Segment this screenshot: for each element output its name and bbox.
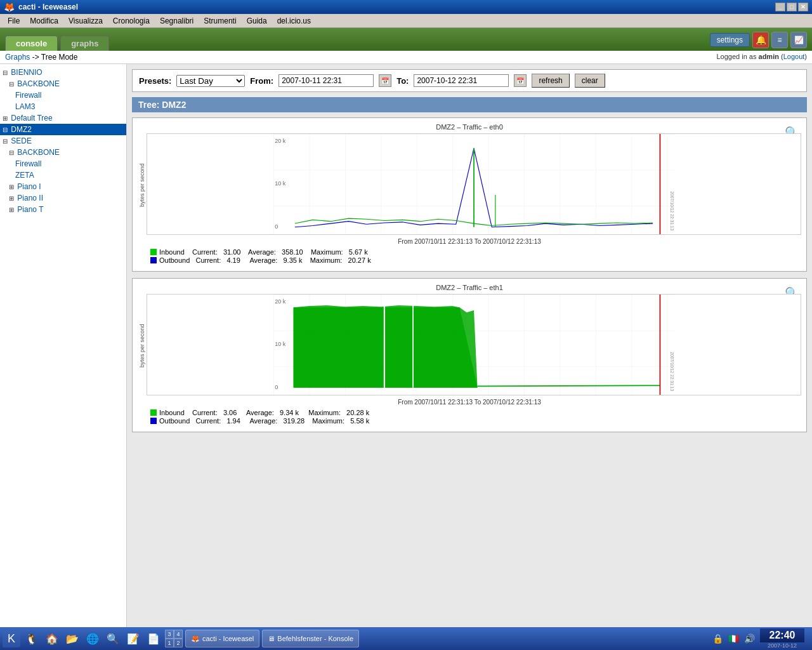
sidebar-item-piano2[interactable]: ⊞ Piano II (0, 192, 126, 204)
tab-graphs[interactable]: graphs (60, 36, 109, 51)
svg-line-27 (478, 385, 660, 386)
menu-visualizza[interactable]: Visualizza (63, 15, 108, 27)
virtual-desktop-switcher[interactable]: 3412 (165, 630, 183, 647)
plus-icon: ⊞ (9, 206, 14, 213)
logged-in-info: Logged in as admin (Logout) (716, 53, 807, 62)
cacti-app-icon: 🦊 (191, 635, 200, 643)
sidebar-item-backbone2[interactable]: ⊟ BACKBONE (0, 147, 126, 158)
y-axis-label-eth1: bytes per second (138, 294, 147, 397)
svg-text:0: 0 (275, 223, 278, 230)
from-label: From: (250, 76, 273, 86)
taskbar-icon-docs[interactable]: 📄 (145, 630, 162, 647)
chart-icon[interactable]: 📈 (790, 32, 807, 48)
alert-icon[interactable]: 🔔 (752, 32, 769, 48)
refresh-button[interactable]: refresh (532, 74, 569, 88)
graph-eth1-timerange: From 2007/10/11 22:31:13 To 2007/10/12 2… (138, 399, 801, 406)
titlebar: 🦊 cacti - Iceweasel _ □ ✕ (0, 0, 812, 14)
sidebar-item-backbone1[interactable]: ⊟ BACKBONE (0, 78, 126, 90)
flag-icon[interactable]: 🇮🇹 (728, 633, 739, 644)
to-date-input[interactable] (414, 74, 509, 87)
main-layout: ⊟ BIENNIO ⊟ BACKBONE Firewall LAM3 ⊞ Def… (0, 64, 812, 629)
content-area: Presets: Last Day Last Half Hour Last Ho… (127, 64, 812, 629)
tab-console[interactable]: console (5, 36, 58, 51)
network-icon[interactable]: 🔒 (712, 633, 723, 644)
plus-icon: ⊞ (9, 183, 14, 190)
kde-start-button[interactable]: K (3, 630, 20, 647)
sidebar-item-firewall2[interactable]: Firewall (0, 158, 126, 169)
sidebar-item-biennio[interactable]: ⊟ BIENNIO (0, 67, 126, 78)
taskbar-icon-home[interactable]: 🐧 (23, 630, 41, 647)
to-calendar-button[interactable]: 📅 (514, 74, 527, 87)
sidebar-item-zeta[interactable]: ZETA (0, 169, 126, 181)
presets-dropdown[interactable]: Last Day Last Half Hour Last Hour Last 2… (176, 75, 245, 87)
menu-modifica[interactable]: Modifica (25, 15, 63, 27)
graph-eth1-svg: 20 k 10 k 0 (147, 294, 801, 395)
list-icon[interactable]: ≡ (771, 32, 788, 48)
sidebar: ⊟ BIENNIO ⊟ BACKBONE Firewall LAM3 ⊞ Def… (0, 64, 127, 629)
taskbar-icon-folder[interactable]: 📂 (63, 630, 81, 647)
menubar: File Modifica Visualizza Cronologia Segn… (0, 14, 812, 28)
clear-button[interactable]: clear (575, 74, 605, 88)
plus-icon: ⊞ (9, 195, 14, 202)
sidebar-item-defaulttree[interactable]: ⊞ Default Tree (0, 112, 126, 124)
inbound-color-eth1 (150, 409, 157, 416)
graph-eth1-title: DMZ2 – Traffic – eth1 (138, 284, 801, 291)
sidebar-item-firewall1[interactable]: Firewall (0, 90, 126, 101)
graph-eth0-legend: Inbound Current: 31.00 Average: 358.10 M… (138, 246, 801, 266)
browser-icon: 🦊 (4, 2, 15, 12)
sidebar-item-dmz2[interactable]: ⊟ DMZ2 (0, 124, 126, 135)
minus-icon: ⊟ (3, 138, 8, 145)
svg-text:10 k: 10 k (275, 180, 286, 187)
sidebar-item-lam3[interactable]: LAM3 (0, 101, 126, 112)
breadcrumb-graphs-link[interactable]: Graphs (5, 53, 30, 62)
taskbar-icon-file[interactable]: 🔍 (104, 630, 122, 647)
taskbar-right: 🔒 🇮🇹 🔊 22:40 2007-10-12 (712, 628, 809, 649)
to-label: To: (396, 76, 409, 86)
svg-text:20 k: 20 k (275, 138, 286, 144)
menu-file[interactable]: File (3, 15, 25, 27)
minimize-button[interactable]: _ (775, 3, 785, 11)
speaker-icon[interactable]: 🔊 (744, 633, 755, 644)
konsole-app-icon: 🖥 (268, 635, 275, 642)
taskbar-app-konsole[interactable]: 🖥 Befehlsfenster - Konsole (262, 630, 359, 647)
menu-guida[interactable]: Guida (242, 15, 272, 27)
menu-cronologia[interactable]: Cronologia (108, 15, 155, 27)
graph-eth0-container: 🔍 DMZ2 – Traffic – eth0 bytes per second (132, 117, 807, 272)
graph-eth1-legend: Inbound Current: 3.06 Average: 9.34 k Ma… (138, 407, 801, 427)
sidebar-item-piano1[interactable]: ⊞ Piano I (0, 181, 126, 192)
taskbar-app-cacti[interactable]: 🦊 cacti - Iceweasel (185, 630, 259, 647)
settings-button[interactable]: settings (710, 33, 750, 47)
outbound-color (150, 257, 157, 263)
taskbar-icon-network[interactable]: 🏠 (43, 630, 61, 647)
taskbar-icon-text[interactable]: 📝 (124, 630, 142, 647)
menu-delicious[interactable]: del.icio.us (272, 15, 316, 27)
nav-right-controls: settings 🔔 ≡ 📈 (710, 32, 807, 51)
navigation-tabs: console graphs settings 🔔 ≡ 📈 (0, 28, 812, 51)
minus-icon: ⊟ (3, 69, 8, 76)
graph-eth0-svg: 20 k 10 k 0 (147, 133, 801, 235)
menu-strumenti[interactable]: Strumenti (199, 15, 241, 27)
breadcrumb-separator: -> (32, 53, 39, 62)
clock-time: 22:40 (760, 628, 804, 642)
from-calendar-button[interactable]: 📅 (379, 74, 391, 87)
taskbar-icon-terminal[interactable]: 🌐 (84, 630, 102, 647)
sidebar-item-pianot[interactable]: ⊞ Piano T (0, 204, 126, 215)
clock-widget[interactable]: 22:40 2007-10-12 (760, 628, 804, 649)
window-controls: _ □ ✕ (775, 3, 808, 11)
y-axis-label: bytes per second (138, 133, 147, 237)
close-button[interactable]: ✕ (798, 3, 808, 11)
maximize-button[interactable]: □ (787, 3, 797, 11)
plus-icon: ⊞ (3, 115, 8, 122)
username: admin (759, 53, 779, 60)
sidebar-item-sede[interactable]: ⊟ SEDE (0, 135, 126, 147)
from-date-input[interactable] (278, 74, 374, 87)
logout-link[interactable]: Logout (783, 53, 805, 60)
outbound-color-eth1 (150, 418, 157, 424)
svg-text:10 k: 10 k (275, 341, 286, 347)
presets-label: Presets: (139, 76, 171, 86)
graph-eth1-container: 🔍 DMZ2 – Traffic – eth1 bytes per second (132, 278, 807, 432)
presets-bar: Presets: Last Day Last Half Hour Last Ho… (132, 69, 807, 92)
tree-header: Tree: DMZ2 (132, 97, 807, 112)
konsole-app-label: Befehlsfenster - Konsole (277, 635, 353, 642)
menu-segnalibri[interactable]: Segnalibri (155, 15, 199, 27)
